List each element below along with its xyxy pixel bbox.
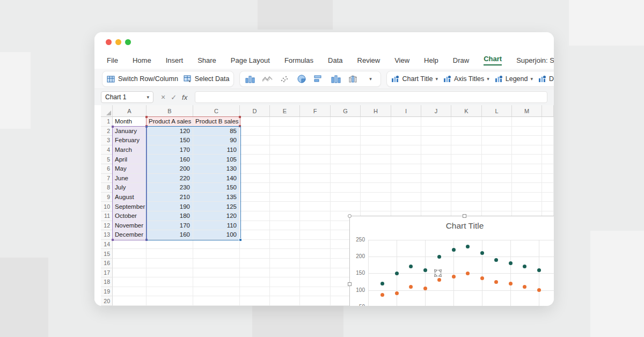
cell[interactable] <box>421 155 451 164</box>
bar-chart-icon[interactable] <box>313 74 325 84</box>
cell[interactable] <box>300 193 331 202</box>
row-header-13[interactable]: 13 <box>101 230 113 240</box>
column-header-partial[interactable] <box>542 105 554 117</box>
cell[interactable] <box>300 268 331 278</box>
cell[interactable] <box>361 127 391 136</box>
cell[interactable] <box>147 277 193 287</box>
cell[interactable] <box>270 183 300 193</box>
formula-input[interactable] <box>195 91 547 103</box>
data-point[interactable] <box>395 291 399 295</box>
cell[interactable] <box>240 268 270 278</box>
cell[interactable] <box>270 127 300 136</box>
minimize-window-button[interactable] <box>115 39 121 45</box>
stock-chart-icon[interactable] <box>347 74 359 84</box>
cell[interactable] <box>270 230 300 240</box>
cell[interactable] <box>193 287 240 297</box>
cell[interactable] <box>421 117 451 127</box>
cell[interactable] <box>300 117 331 127</box>
cell[interactable] <box>331 183 361 193</box>
cell[interactable] <box>542 155 554 164</box>
data-point[interactable] <box>452 275 456 279</box>
menu-formulas[interactable]: Formulas <box>284 56 313 64</box>
menu-data[interactable]: Data <box>328 56 342 64</box>
cell[interactable] <box>270 193 300 202</box>
cell[interactable]: 200 <box>147 164 193 174</box>
cell[interactable] <box>421 202 451 211</box>
cell[interactable] <box>451 183 482 193</box>
cell[interactable] <box>451 155 482 164</box>
data-point[interactable] <box>380 293 384 297</box>
column-header-H[interactable]: H <box>361 105 391 117</box>
cell[interactable] <box>451 174 482 184</box>
column-header-L[interactable]: L <box>482 105 512 117</box>
data-point[interactable] <box>523 285 526 289</box>
cell[interactable] <box>391 174 421 184</box>
row-header-7[interactable]: 7 <box>101 174 113 184</box>
cell[interactable] <box>331 117 361 127</box>
cell[interactable] <box>482 127 512 136</box>
cell[interactable] <box>300 249 331 259</box>
menu-help[interactable]: Help <box>424 56 438 64</box>
cell[interactable] <box>542 145 554 155</box>
cell[interactable] <box>542 164 554 174</box>
cell[interactable]: 150 <box>147 136 193 145</box>
row-header-6[interactable]: 6 <box>101 164 113 174</box>
data-point[interactable] <box>466 245 470 248</box>
row-header-20[interactable]: 20 <box>101 296 113 306</box>
cell[interactable] <box>391 145 421 155</box>
cell[interactable] <box>512 117 542 127</box>
cell[interactable] <box>451 193 482 202</box>
column-header-K[interactable]: K <box>451 105 482 117</box>
cell[interactable]: 130 <box>193 164 240 174</box>
cell[interactable] <box>482 202 512 211</box>
data-dropdown[interactable]: Data▾ <box>538 75 554 83</box>
cell[interactable] <box>361 202 391 211</box>
cell[interactable] <box>331 193 361 202</box>
cell[interactable] <box>421 127 451 136</box>
row-header-8[interactable]: 8 <box>101 183 113 193</box>
cell[interactable] <box>147 268 193 278</box>
cell[interactable] <box>147 296 193 306</box>
row-header-16[interactable]: 16 <box>101 259 113 268</box>
cell[interactable]: January <box>113 127 147 136</box>
cell[interactable] <box>482 174 512 184</box>
row-header-18[interactable]: 18 <box>101 277 113 287</box>
row-header-17[interactable]: 17 <box>101 268 113 278</box>
data-point[interactable] <box>437 255 441 259</box>
cell[interactable] <box>451 202 482 211</box>
cell[interactable]: 170 <box>147 221 193 231</box>
row-header-2[interactable]: 2 <box>101 127 113 136</box>
cell[interactable] <box>113 240 147 250</box>
cell[interactable]: October <box>113 211 147 221</box>
cell[interactable] <box>451 117 482 127</box>
menu-home[interactable]: Home <box>133 56 151 64</box>
cell[interactable] <box>331 164 361 174</box>
cell[interactable] <box>300 174 331 184</box>
resize-handle-top-center[interactable] <box>463 214 466 218</box>
cell[interactable]: 135 <box>193 193 240 202</box>
cell[interactable] <box>113 296 147 306</box>
cell[interactable] <box>147 240 193 250</box>
cell[interactable]: 160 <box>147 230 193 240</box>
column-header-B[interactable]: B <box>147 105 193 117</box>
cancel-formula-icon[interactable]: × <box>161 93 165 101</box>
cell[interactable] <box>391 155 421 164</box>
cell[interactable] <box>300 259 331 268</box>
cell[interactable] <box>361 145 391 155</box>
cell[interactable] <box>361 155 391 164</box>
cell[interactable] <box>300 287 331 297</box>
row-header-14[interactable]: 14 <box>101 240 113 250</box>
cell[interactable] <box>270 240 300 250</box>
cell[interactable] <box>270 277 300 287</box>
cell[interactable] <box>331 174 361 184</box>
cell[interactable] <box>391 127 421 136</box>
cell[interactable] <box>240 183 270 193</box>
cell[interactable]: 120 <box>193 211 240 221</box>
cell[interactable] <box>391 164 421 174</box>
menu-chart[interactable]: Chart <box>484 55 502 65</box>
cell[interactable] <box>300 277 331 287</box>
cell[interactable] <box>421 136 451 145</box>
cell[interactable] <box>240 277 270 287</box>
cell[interactable] <box>240 145 270 155</box>
cell[interactable] <box>542 174 554 184</box>
